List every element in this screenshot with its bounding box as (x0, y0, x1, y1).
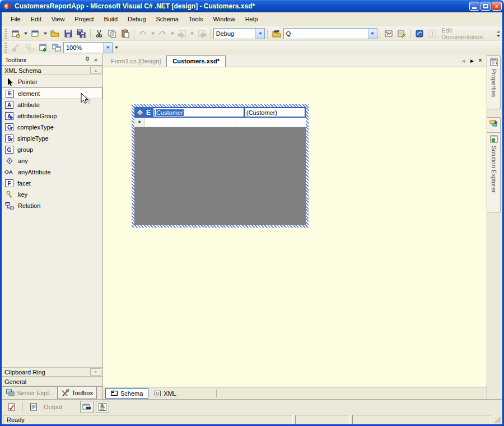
menu-view[interactable]: View (47, 14, 69, 24)
undo-button[interactable] (137, 27, 149, 40)
toolbox-item-complextype[interactable]: CT complexType (2, 122, 102, 133)
copy-button[interactable] (106, 27, 118, 40)
document-close-icon[interactable]: × (478, 57, 482, 64)
resize-grip[interactable] (493, 415, 501, 424)
toolbox-item-pointer[interactable]: Pointer (2, 76, 102, 87)
cut-button[interactable] (93, 27, 105, 40)
menu-window[interactable]: Window (209, 14, 240, 24)
tab-properties[interactable]: Properties (487, 55, 501, 109)
toolbar-overflow-button[interactable]: » (497, 30, 501, 37)
close-button[interactable]: × (492, 2, 502, 11)
breakpoint-window-button[interactable] (96, 401, 109, 413)
element-type-cell[interactable]: (Customer) (245, 108, 305, 117)
menu-help[interactable]: Help (241, 14, 263, 24)
element-kind-cell[interactable]: E (134, 109, 153, 117)
vs-main-window: CustomersReportApp - Microsoft Visual C#… (0, 0, 504, 426)
toolbox-category-general[interactable]: General (2, 377, 102, 386)
tab-schema-view[interactable]: Schema (105, 388, 148, 399)
scroll-down-icon[interactable]: ▼ (90, 368, 101, 376)
new-row-marker: * (134, 118, 145, 127)
menu-file[interactable]: File (6, 14, 25, 24)
edit-relation-button[interactable] (23, 41, 36, 54)
tab-task-list[interactable] (5, 401, 18, 413)
add-item-dropdown[interactable] (42, 27, 48, 40)
any-attribute-icon: A (5, 168, 14, 177)
toolbox-category-xml-schema[interactable]: XML Schema ▲ (2, 66, 102, 75)
zoom-combo[interactable]: 100% (63, 42, 113, 53)
tab-class-view[interactable] (487, 117, 501, 133)
undo-dropdown[interactable] (150, 27, 156, 40)
zoom-combo-arrow[interactable] (103, 43, 112, 53)
toolbox-item-key[interactable]: key (2, 189, 102, 200)
add-item-button[interactable] (29, 27, 41, 40)
preview-data-button[interactable] (36, 41, 49, 54)
scroll-up-icon[interactable]: ▲ (90, 67, 101, 74)
tab-solution-explorer[interactable]: Solution Explorer (487, 133, 501, 212)
menu-debug[interactable]: Debug (123, 14, 150, 24)
titlebar: CustomersReportApp - Microsoft Visual C#… (0, 0, 504, 12)
tab-xml-view[interactable]: XML (150, 388, 181, 399)
open-file-button[interactable] (49, 27, 61, 40)
element-designer-box[interactable]: E Customer (Customer) (132, 104, 309, 228)
close-icon: × (495, 3, 498, 10)
toolbar-options-dropdown[interactable] (113, 41, 119, 54)
toolbox-item-facet[interactable]: F facet (2, 178, 102, 189)
new-row-type-cell[interactable] (236, 118, 306, 127)
paste-button[interactable] (119, 27, 131, 40)
toolbox-item-element[interactable]: E element (2, 87, 102, 99)
toolbox-item-relation[interactable]: Relation (2, 200, 102, 211)
solution-config-combo[interactable]: Debug (213, 28, 265, 39)
save-button[interactable] (62, 27, 74, 40)
toolbox-close-button[interactable]: × (91, 55, 100, 64)
tab-scroll-right-icon[interactable]: ► (469, 58, 475, 64)
command-search-combo-arrow[interactable] (368, 29, 377, 39)
menu-build[interactable]: Build (100, 14, 122, 24)
toolbox-item-group[interactable]: G group (2, 144, 102, 155)
cascade-windows-button[interactable] (50, 41, 63, 54)
navigate-back-dropdown[interactable] (189, 27, 195, 40)
solution-config-combo-arrow[interactable] (255, 29, 264, 39)
xsd-design-surface[interactable]: E Customer (Customer) (103, 67, 487, 387)
element-new-row[interactable]: * (134, 118, 306, 127)
maximize-button[interactable] (480, 2, 491, 11)
schema-toolbar-grip[interactable] (4, 43, 7, 53)
edit-key-button[interactable] (395, 27, 408, 40)
toolbox-item-anyattribute[interactable]: A anyAttribute (2, 166, 102, 178)
navigate-forward-button[interactable] (195, 27, 208, 40)
create-schema-button[interactable] (10, 41, 22, 54)
new-row-name-cell[interactable] (145, 118, 236, 127)
tab-toolbox[interactable]: Toolbox (57, 387, 97, 399)
navigate-back-button[interactable] (176, 27, 188, 40)
edit-documentation-button[interactable]: I (426, 27, 438, 40)
find-results-button[interactable] (80, 401, 94, 413)
preview-dataset-button[interactable] (382, 27, 395, 40)
new-project-button[interactable] (10, 27, 22, 40)
menu-tools[interactable]: Tools (184, 14, 208, 24)
element-name-input[interactable]: Customer (153, 108, 244, 117)
toolbox-category-clipboard-ring[interactable]: Clipboard Ring ▼ (2, 367, 102, 377)
toolbox-item-any[interactable]: any (2, 155, 102, 166)
preview-schema-button[interactable] (413, 27, 425, 40)
minimize-button[interactable] (469, 2, 479, 11)
command-search-combo[interactable]: Q (283, 28, 377, 39)
tab-customers-xsd[interactable]: Customers.xsd* (166, 55, 226, 67)
redo-dropdown[interactable] (169, 27, 175, 40)
find-in-files-button[interactable] (270, 27, 282, 40)
menu-edit[interactable]: Edit (26, 14, 46, 24)
tab-server-explorer[interactable]: Server Expl... (3, 387, 57, 399)
tab-form1-design[interactable]: Form1.cs [Design] (105, 56, 166, 67)
toolbox-item-attribute[interactable]: A attribute (2, 99, 102, 110)
tab-scroll-left-icon[interactable]: ◄ (460, 58, 466, 64)
redo-button[interactable] (156, 27, 169, 40)
save-all-button[interactable] (75, 27, 87, 40)
toolbar-grip[interactable] (4, 29, 7, 39)
tab-output[interactable] (27, 401, 40, 413)
toolbox-item-simpletype[interactable]: ST simpleType (2, 133, 102, 144)
toolbox-title: Toolbox (5, 57, 82, 63)
menu-schema[interactable]: Schema (152, 14, 183, 24)
close-icon: × (94, 57, 97, 63)
pin-icon[interactable] (82, 55, 91, 64)
menu-project[interactable]: Project (70, 14, 98, 24)
new-project-dropdown[interactable] (22, 27, 29, 40)
toolbox-item-attributegroup[interactable]: AG attributeGroup (2, 110, 102, 122)
